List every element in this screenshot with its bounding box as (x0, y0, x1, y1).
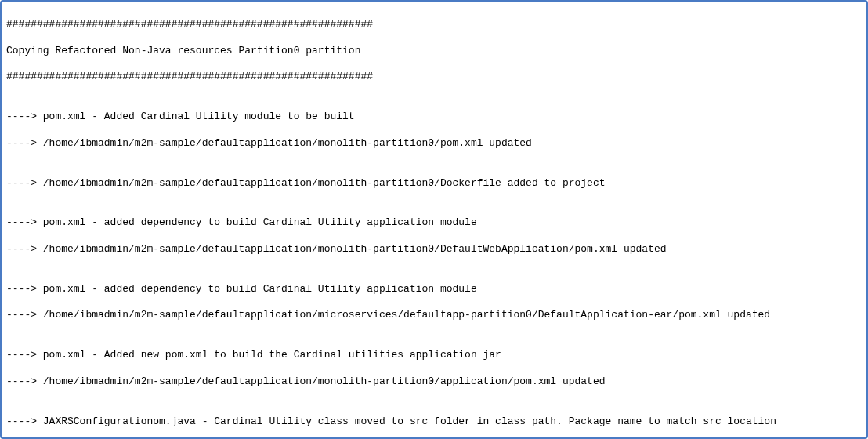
log-line: ----> pom.xml - added dependency to buil… (6, 283, 862, 296)
log-line: ----> /home/ibmadmin/m2m-sample/defaulta… (6, 243, 862, 256)
terminal-output[interactable]: ########################################… (0, 0, 868, 439)
log-line: ----> pom.xml - added dependency to buil… (6, 216, 862, 230)
log-line: ----> /home/ibmadmin/m2m-sample/defaulta… (6, 309, 862, 322)
log-line: ----> /home/ibmadmin/m2m-sample/defaulta… (6, 137, 862, 151)
log-line: ----> pom.xml - Added new pom.xml to bui… (6, 349, 862, 362)
log-line: ----> pom.xml - Added Cardinal Utility m… (6, 111, 862, 124)
log-line: ----> /home/ibmadmin/m2m-sample/defaulta… (6, 376, 862, 389)
log-line: ----> JAXRSConfigurationom.java - Cardin… (6, 415, 862, 429)
log-line: ----> /home/ibmadmin/m2m-sample/defaulta… (6, 177, 862, 190)
log-line: ########################################… (6, 18, 862, 31)
log-line: Copying Refactored Non-Java resources Pa… (6, 45, 862, 58)
log-line: ########################################… (6, 71, 862, 84)
